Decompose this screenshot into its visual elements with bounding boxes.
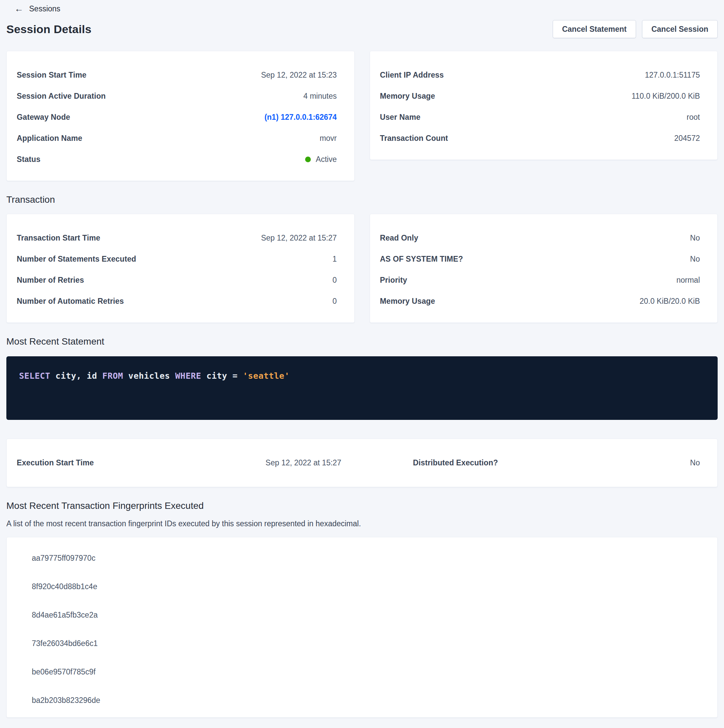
- execution-details-card: Execution Start Time Sep 12, 2022 at 15:…: [6, 439, 718, 487]
- detail-value: 127.0.0.1:51175: [645, 70, 700, 80]
- detail-label: Transaction Count: [380, 134, 448, 143]
- detail-value: 110.0 KiB/200.0 KiB: [632, 92, 700, 101]
- session-active-duration-row: Session Active Duration 4 minutes: [17, 86, 337, 107]
- session-details-page: ← Sessions Session Details Cancel Statem…: [0, 0, 724, 728]
- sql-keyword: FROM: [103, 371, 123, 381]
- detail-label: Session Start Time: [17, 70, 86, 80]
- title-row: Session Details Cancel Statement Cancel …: [6, 19, 718, 39]
- detail-label: Memory Usage: [380, 92, 435, 101]
- detail-value: normal: [677, 276, 700, 285]
- execution-start-time-value: Sep 12, 2022 at 15:27: [222, 458, 341, 467]
- gateway-node-link[interactable]: (n1) 127.0.0.1:62674: [264, 113, 337, 122]
- fingerprint-item: be06e9570f785c9f: [32, 658, 707, 686]
- transaction-card-left: Transaction Start Time Sep 12, 2022 at 1…: [6, 214, 355, 323]
- distributed-execution-value: No: [550, 458, 700, 467]
- detail-label: AS OF SYSTEM TIME?: [380, 255, 463, 264]
- automatic-retries-row: Number of Automatic Retries 0: [17, 291, 337, 312]
- session-summary-row: Session Start Time Sep 12, 2022 at 15:23…: [6, 51, 718, 181]
- detail-value: 204572: [674, 134, 700, 143]
- execution-start-time-label: Execution Start Time: [17, 458, 222, 467]
- action-buttons: Cancel Statement Cancel Session: [553, 20, 718, 38]
- detail-value: No: [690, 234, 700, 243]
- detail-label: Read Only: [380, 234, 419, 243]
- most-recent-statement-heading: Most Recent Statement: [6, 336, 718, 347]
- detail-value: 4 minutes: [303, 92, 337, 101]
- detail-label: Application Name: [17, 134, 82, 143]
- detail-label: Client IP Address: [380, 70, 444, 80]
- execution-details-grid: Execution Start Time Sep 12, 2022 at 15:…: [17, 458, 700, 467]
- transaction-card-right: Read Only No AS OF SYSTEM TIME? No Prior…: [370, 214, 718, 323]
- memory-usage-row: Memory Usage 110.0 KiB/200.0 KiB: [380, 86, 700, 107]
- fingerprint-item: ba2b203b823296de: [32, 686, 707, 714]
- session-summary-card-left: Session Start Time Sep 12, 2022 at 15:23…: [6, 51, 355, 181]
- application-name-row: Application Name movr: [17, 128, 337, 149]
- detail-label: Transaction Start Time: [17, 234, 100, 243]
- distributed-execution-label: Distributed Execution?: [413, 458, 550, 467]
- detail-value: 1: [332, 255, 337, 264]
- sql-text: city =: [201, 371, 243, 381]
- status-text: Active: [316, 155, 337, 164]
- fingerprint-item: 8f920c40d88b1c4e: [32, 572, 707, 601]
- back-label: Sessions: [29, 5, 60, 14]
- status-active-icon: [305, 157, 311, 162]
- sql-text: city, id: [50, 371, 103, 381]
- detail-label: Number of Automatic Retries: [17, 297, 124, 306]
- transaction-row: Transaction Start Time Sep 12, 2022 at 1…: [6, 214, 718, 323]
- detail-value: root: [687, 113, 700, 122]
- detail-value: movr: [320, 134, 337, 143]
- fingerprints-card: aa79775ff097970c 8f920c40d88b1c4e 8d4ae6…: [6, 537, 718, 717]
- back-to-sessions-link[interactable]: ← Sessions: [6, 3, 60, 15]
- detail-label: Session Active Duration: [17, 92, 106, 101]
- detail-label: Number of Retries: [17, 276, 84, 285]
- detail-value: 0: [332, 297, 337, 306]
- cancel-session-button[interactable]: Cancel Session: [642, 20, 718, 38]
- transaction-start-time-row: Transaction Start Time Sep 12, 2022 at 1…: [17, 228, 337, 249]
- back-arrow-icon: ←: [14, 5, 23, 14]
- gateway-node-row: Gateway Node (n1) 127.0.0.1:62674: [17, 107, 337, 128]
- fingerprint-item: 8d4ae61a5fb3ce2a: [32, 601, 707, 629]
- detail-label: User Name: [380, 113, 421, 122]
- detail-value: 0: [332, 276, 337, 285]
- fingerprint-item: aa79775ff097970c: [32, 544, 707, 572]
- detail-value: Sep 12, 2022 at 15:23: [261, 70, 337, 80]
- client-ip-row: Client IP Address 127.0.0.1:51175: [380, 64, 700, 86]
- page-title: Session Details: [6, 23, 91, 36]
- detail-label: Gateway Node: [17, 113, 70, 122]
- read-only-row: Read Only No: [380, 228, 700, 249]
- cancel-statement-button[interactable]: Cancel Statement: [553, 20, 636, 38]
- detail-value: Sep 12, 2022 at 15:27: [261, 234, 337, 243]
- as-of-system-time-row: AS OF SYSTEM TIME? No: [380, 249, 700, 270]
- status-row: Status Active: [17, 149, 337, 170]
- detail-value: 20.0 KiB/20.0 KiB: [640, 297, 700, 306]
- sql-keyword: SELECT: [19, 371, 50, 381]
- status-badge: Active: [305, 155, 337, 164]
- transaction-memory-usage-row: Memory Usage 20.0 KiB/20.0 KiB: [380, 291, 700, 312]
- detail-label: Number of Statements Executed: [17, 255, 136, 264]
- sql-text: vehicles: [123, 371, 175, 381]
- fingerprints-heading: Most Recent Transaction Fingerprints Exe…: [6, 500, 718, 511]
- session-start-time-row: Session Start Time Sep 12, 2022 at 15:23: [17, 64, 337, 86]
- retries-row: Number of Retries 0: [17, 270, 337, 291]
- sql-keyword: WHERE: [175, 371, 201, 381]
- session-summary-card-right: Client IP Address 127.0.0.1:51175 Memory…: [370, 51, 718, 160]
- detail-label: Priority: [380, 276, 407, 285]
- sql-string-literal: 'seattle': [243, 371, 290, 381]
- detail-value: No: [690, 255, 700, 264]
- transaction-count-row: Transaction Count 204572: [380, 128, 700, 149]
- sql-statement: SELECT city, id FROM vehicles WHERE city…: [19, 371, 705, 381]
- sql-code-block: SELECT city, id FROM vehicles WHERE city…: [6, 356, 718, 420]
- statements-executed-row: Number of Statements Executed 1: [17, 249, 337, 270]
- detail-label: Status: [17, 155, 40, 164]
- fingerprint-item: 73fe26034bd6e6c1: [32, 629, 707, 658]
- user-name-row: User Name root: [380, 107, 700, 128]
- fingerprints-description: A list of the most recent transaction fi…: [6, 519, 718, 528]
- detail-label: Memory Usage: [380, 297, 435, 306]
- transaction-section-heading: Transaction: [6, 194, 718, 205]
- priority-row: Priority normal: [380, 270, 700, 291]
